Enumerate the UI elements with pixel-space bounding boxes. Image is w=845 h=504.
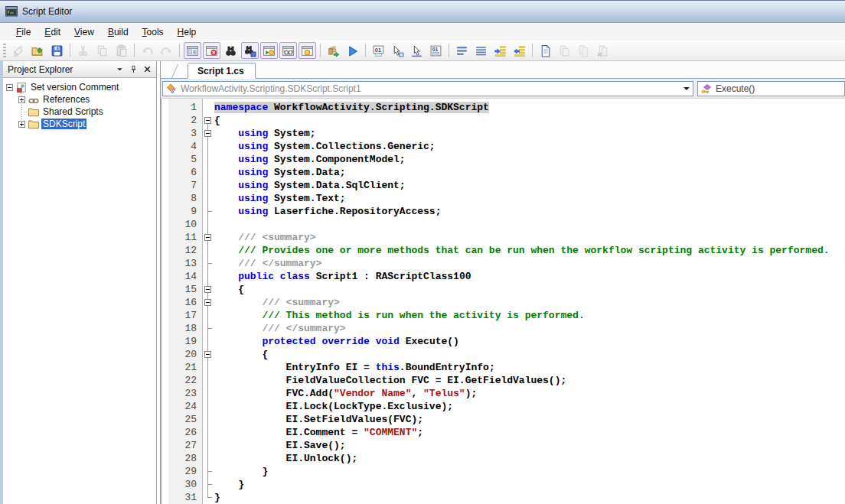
pin-button[interactable] [128, 63, 139, 75]
code-line-14[interactable]: 14 public class Script1 : RAScriptClass1… [161, 270, 845, 283]
toolbar-grip[interactable] [3, 44, 6, 57]
menu-item-build[interactable]: Build [101, 24, 135, 40]
toolbar-button-page[interactable] [537, 42, 554, 59]
toolbar-button-save[interactable] [48, 42, 66, 59]
project-explorer-panel: Project Explorer #Set version CommentRef… [3, 61, 157, 504]
code-line-28[interactable]: 28 EI.Unlock(); [161, 452, 845, 465]
menu-item-help[interactable]: Help [171, 24, 204, 40]
code-line-21[interactable]: 21 EntryInfo EI = this.BoundEntryInfo; [161, 361, 845, 374]
line-number: 17 [168, 309, 202, 322]
code-line-27[interactable]: 27 EI.Save(); [161, 439, 845, 452]
dropdown-arrow-icon[interactable] [680, 87, 693, 90]
code-line-12[interactable]: 12 /// Provides one or more methods that… [161, 244, 845, 257]
properties-window-icon [186, 44, 199, 57]
toolbar-button-properties-window[interactable] [184, 42, 201, 59]
tab-script-1-cs[interactable]: Script 1.cs [188, 63, 256, 79]
toolbar-separator [365, 44, 366, 57]
watch-window-icon [282, 44, 295, 57]
line-number: 10 [168, 218, 202, 231]
code-line-5[interactable]: 5 using System.ComponentModel; [161, 153, 845, 166]
code-line-24[interactable]: 24 EI.Lock(LockType.Exclusive); [161, 400, 845, 413]
code-line-6[interactable]: 6 using System.Data; [161, 166, 845, 179]
toolbar-button-uncomment-lines[interactable] [472, 42, 490, 59]
pages-x-icon [596, 44, 609, 57]
code-line-23[interactable]: 23 FVC.Add("Vendor Name", "Telus"); [161, 387, 845, 400]
toolbar-button-indent[interactable] [491, 42, 509, 59]
code-line-13[interactable]: 13 /// </summary> [161, 257, 845, 270]
fold-toggle[interactable] [202, 283, 214, 296]
toolbar-button-find-symbol[interactable] [241, 42, 259, 59]
menu-item-edit[interactable]: Edit [38, 24, 67, 40]
menu-item-view[interactable]: View [67, 24, 101, 40]
toolbar-button-cursor-box[interactable] [389, 42, 406, 59]
code-line-29[interactable]: 29 } [161, 465, 845, 478]
code-line-2[interactable]: 2{ [161, 114, 845, 127]
fold-toggle[interactable] [202, 114, 214, 127]
toolbar-button-locals-window[interactable] [299, 42, 316, 59]
close-panel-button[interactable] [142, 63, 153, 75]
uncomment-lines-icon [475, 44, 488, 57]
toolbar-button-console-window[interactable] [260, 42, 278, 59]
code-line-19[interactable]: 19 protected override void Execute() [161, 335, 845, 348]
pages-icon [558, 44, 571, 57]
toolbar-button-binary-window[interactable]: 01 [370, 42, 387, 59]
toolbar-button-comment-lines[interactable] [453, 42, 471, 59]
code-line-11[interactable]: 11 /// <summary> [161, 231, 845, 244]
code-text: /// <summary> [214, 231, 316, 244]
tree-expander[interactable] [6, 84, 13, 91]
binary-disk-icon: 01 [429, 44, 442, 57]
fold-margin [202, 140, 214, 153]
toolbar-button-run[interactable] [344, 42, 361, 59]
code-editor[interactable]: 1namespace WorkflowActivity.Scripting.SD… [161, 99, 845, 504]
toolbar-button-outdent[interactable] [511, 42, 528, 59]
code-text: using System; [214, 127, 316, 140]
code-line-26[interactable]: 26 EI.Comment = "COMMENT"; [161, 426, 845, 439]
method-dropdown[interactable]: Execute() [697, 81, 845, 96]
line-number: 12 [168, 244, 202, 257]
code-text: EI.Comment = "COMMENT"; [214, 426, 423, 439]
class-dropdown[interactable]: WorkflowActivity.Scripting.SDKScript.Scr… [162, 81, 693, 96]
line-number: 18 [168, 322, 202, 335]
fold-toggle[interactable] [202, 348, 214, 361]
code-line-18[interactable]: 18 /// </summary> [161, 322, 845, 335]
code-line-20[interactable]: 20 { [161, 348, 845, 361]
line-number: 28 [168, 452, 202, 465]
code-line-16[interactable]: 16 /// <summary> [161, 296, 845, 309]
code-line-30[interactable]: 30 } [161, 478, 845, 491]
fold-toggle[interactable] [202, 127, 214, 140]
code-line-9[interactable]: 9 using Laserfiche.RepositoryAccess; [161, 205, 845, 218]
toolbar-button-open[interactable] [29, 42, 47, 59]
tree-item-set-version-comment[interactable]: #Set version Comment [3, 81, 156, 93]
tree-item-references[interactable]: References [3, 93, 156, 106]
panel-menu-button[interactable] [114, 63, 126, 75]
code-line-22[interactable]: 22 FieldValueCollection FVC = EI.GetFiel… [161, 374, 845, 387]
toolbar-button-find[interactable] [222, 42, 240, 59]
toolbar-button-cursor-line[interactable] [408, 42, 426, 59]
code-line-10[interactable]: 10 [161, 218, 845, 231]
toolbar-button-build[interactable] [325, 42, 342, 59]
code-line-8[interactable]: 8 using System.Text; [161, 192, 845, 205]
code-line-17[interactable]: 17 /// This method is run when the activ… [161, 309, 845, 322]
open-icon [31, 44, 44, 57]
code-line-31[interactable]: 31} [161, 491, 845, 504]
menu-item-tools[interactable]: Tools [135, 24, 171, 40]
tree-item-sdkscript[interactable]: SDKScript [3, 118, 156, 130]
code-line-1[interactable]: 1namespace WorkflowActivity.Scripting.SD… [161, 101, 845, 114]
line-number: 9 [168, 205, 202, 218]
toolbar-button-binary-disk[interactable]: 01 [427, 42, 445, 59]
code-line-15[interactable]: 15 { [161, 283, 845, 296]
code-line-25[interactable]: 25 EI.SetFieldValues(FVC); [161, 413, 845, 426]
code-line-7[interactable]: 7 using System.Data.SqlClient; [161, 179, 845, 192]
folder-icon [28, 119, 40, 130]
code-line-3[interactable]: 3 using System; [161, 127, 845, 140]
pin-icon [129, 65, 138, 73]
redo-icon [160, 44, 173, 57]
toolbar-button-copy [93, 42, 111, 59]
fold-toggle[interactable] [202, 231, 214, 244]
toolbar-button-watch-window[interactable] [279, 42, 297, 59]
toolbar-button-error-list[interactable] [203, 42, 220, 59]
menu-item-file[interactable]: File [9, 24, 38, 40]
code-line-4[interactable]: 4 using System.Collections.Generic; [161, 140, 845, 153]
fold-toggle[interactable] [202, 296, 214, 309]
toolbar-button-pages-x [594, 42, 612, 59]
